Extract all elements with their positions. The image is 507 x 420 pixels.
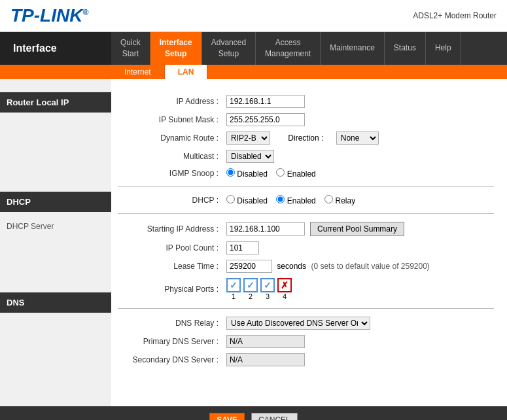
port-4-checkbox[interactable]: [277, 278, 292, 292]
tab-interface-setup[interactable]: InterfaceSetup: [150, 32, 202, 65]
dhcp-server-table: Starting IP Address : Current Pool Summa…: [118, 219, 494, 303]
tab-status[interactable]: Status: [385, 32, 426, 65]
dns-table: DNS Relay : Use Auto Discovered DNS Serv…: [118, 314, 494, 369]
dynamic-route-label: Dynamic Route :: [118, 129, 222, 147]
direction-label: Direction :: [288, 133, 323, 143]
cancel-button[interactable]: CANCEL: [251, 413, 298, 420]
content: Router Local IP DHCP DHCP Server DNS IP …: [0, 79, 507, 406]
ip-pool-count-input[interactable]: [226, 241, 259, 254]
tab-access-management[interactable]: AccessManagement: [256, 32, 321, 65]
dhcp-table: DHCP : Disabled Enabled Rela: [118, 192, 494, 208]
logo: TP-LINK®: [10, 5, 88, 26]
secondary-dns-input[interactable]: [226, 353, 305, 366]
direction-select[interactable]: None Both In Only: [336, 131, 379, 145]
header: TP-LINK® ADSL2+ Modem Router: [0, 0, 507, 32]
igmp-disabled-radio[interactable]: Disabled: [226, 169, 270, 179]
igmp-snoop-group: Disabled Enabled: [226, 169, 323, 179]
starting-ip-input[interactable]: [226, 222, 305, 236]
physical-ports-label: Physical Ports :: [118, 275, 222, 303]
dhcp-radio-group: Disabled Enabled Relay: [226, 196, 362, 205]
port-1-checkbox[interactable]: [226, 278, 241, 292]
ip-address-input[interactable]: [226, 95, 305, 108]
port-2[interactable]: 2: [243, 278, 258, 300]
lease-time-label: Lease Time :: [118, 257, 222, 275]
port-3-checkbox[interactable]: [260, 278, 275, 292]
lease-time-note: (0 sets to default value of 259200): [311, 262, 429, 271]
dhcp-label: DHCP :: [118, 192, 222, 208]
sidebar-dhcp-server: DHCP Server: [0, 219, 111, 234]
port-1-label: 1: [232, 292, 236, 300]
primary-dns-label: Primary DNS Server :: [118, 332, 222, 351]
primary-dns-input[interactable]: [226, 335, 305, 348]
tab-advanced-setup[interactable]: AdvancedSetup: [202, 32, 256, 65]
lease-time-unit: seconds: [277, 262, 306, 271]
lease-time-input[interactable]: [226, 260, 272, 273]
sidebar-dns: DNS: [0, 292, 111, 313]
sub-nav: Internet LAN: [0, 65, 507, 79]
footer: SAVE CANCEL: [0, 406, 507, 420]
sub-tab-lan[interactable]: LAN: [165, 65, 208, 79]
igmp-snoop-label: IGMP Snoop :: [118, 166, 222, 181]
ip-subnet-mask-label: IP Subnet Mask :: [118, 111, 222, 129]
multicast-select[interactable]: Disabled Enabled: [226, 150, 274, 163]
tab-help[interactable]: Help: [426, 32, 461, 65]
secondary-dns-label: Secondary DNS Server :: [118, 351, 222, 369]
dhcp-enabled-radio[interactable]: Enabled: [276, 196, 318, 205]
device-name: ADSL2+ Modem Router: [413, 11, 497, 20]
tab-maintenance[interactable]: Maintenance: [321, 32, 385, 65]
tab-quick-start[interactable]: QuickStart: [111, 32, 150, 65]
dns-relay-select[interactable]: Use Auto Discovered DNS Server Only Use …: [226, 317, 370, 330]
main-content: IP Address : IP Subnet Mask : Dynamic Ro…: [111, 79, 507, 406]
port-3-label: 3: [266, 292, 270, 300]
multicast-label: Multicast :: [118, 147, 222, 166]
nav-bar: Interface QuickStart InterfaceSetup Adva…: [0, 32, 507, 65]
port-4-label: 4: [283, 292, 287, 300]
ip-subnet-mask-input[interactable]: [226, 113, 305, 126]
nav-brand: Interface: [0, 32, 111, 65]
dhcp-disabled-radio[interactable]: Disabled: [226, 196, 270, 205]
port-2-checkbox[interactable]: [243, 278, 258, 292]
port-3[interactable]: 3: [260, 278, 275, 300]
sidebar-router-local-ip: Router Local IP: [0, 92, 111, 113]
sidebar-dhcp: DHCP: [0, 192, 111, 212]
sidebar: Router Local IP DHCP DHCP Server DNS: [0, 79, 111, 406]
current-pool-summary-button[interactable]: Current Pool Summary: [310, 222, 404, 236]
ip-pool-count-label: IP Pool Count :: [118, 239, 222, 257]
port-container: 1 2 3 4: [226, 278, 490, 300]
nav-tabs: QuickStart InterfaceSetup AdvancedSetup …: [111, 32, 461, 65]
dhcp-relay-radio[interactable]: Relay: [324, 196, 355, 205]
port-4[interactable]: 4: [277, 278, 292, 300]
dns-relay-label: DNS Relay :: [118, 314, 222, 332]
sub-tab-internet[interactable]: Internet: [111, 65, 165, 79]
dynamic-route-select[interactable]: RIP2-B RIP1 RIP2-M: [226, 131, 270, 145]
port-2-label: 2: [249, 292, 253, 300]
save-button[interactable]: SAVE: [209, 413, 245, 420]
router-local-ip-table: IP Address : IP Subnet Mask : Dynamic Ro…: [118, 92, 494, 181]
ip-address-label: IP Address :: [118, 92, 222, 111]
starting-ip-label: Starting IP Address :: [118, 219, 222, 239]
igmp-enabled-radio[interactable]: Enabled: [276, 169, 315, 179]
port-1[interactable]: 1: [226, 278, 241, 300]
